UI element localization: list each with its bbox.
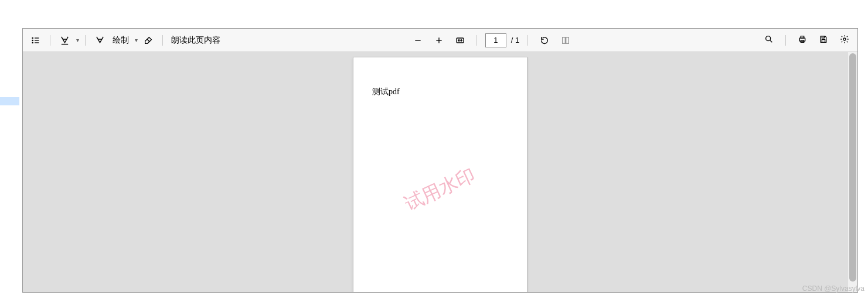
- highlight-chevron-icon[interactable]: ▾: [76, 37, 79, 43]
- page-number-input[interactable]: [485, 33, 506, 47]
- svg-rect-20: [801, 36, 804, 37]
- zoom-out-button[interactable]: [410, 32, 426, 49]
- separator: [162, 35, 163, 46]
- search-icon: [764, 35, 774, 46]
- gear-icon: [840, 35, 849, 46]
- watermark-text: 试用水印: [401, 162, 480, 217]
- pdf-content-area[interactable]: 测试pdf 试用水印: [23, 52, 857, 292]
- svg-line-18: [770, 40, 772, 42]
- footer-credit: CSDN @Sylvasylva: [802, 284, 864, 293]
- zoom-in-button[interactable]: [431, 32, 447, 49]
- fit-page-button[interactable]: [452, 32, 468, 49]
- svg-rect-23: [822, 39, 825, 42]
- pdf-viewer-frame: ▾ 绘制 ▾ 朗读此页内容: [22, 28, 858, 293]
- pdf-page: 测试pdf 试用水印: [353, 57, 527, 292]
- svg-point-24: [843, 38, 846, 40]
- top-spacer: [0, 0, 868, 28]
- erase-button[interactable]: [140, 32, 156, 49]
- read-aloud-button[interactable]: 朗读此页内容: [169, 35, 223, 46]
- draw-button[interactable]: [91, 32, 108, 49]
- separator: [785, 35, 786, 46]
- left-highlight-strip: [0, 97, 19, 105]
- svg-point-17: [766, 36, 771, 40]
- separator: [527, 35, 528, 46]
- contents-button[interactable]: [28, 32, 44, 49]
- page-view-button: [557, 32, 574, 49]
- svg-point-2: [32, 40, 33, 40]
- printer-icon: [798, 35, 807, 46]
- vertical-scrollbar[interactable]: [848, 52, 857, 292]
- toolbar-center-group: / 1: [223, 32, 761, 49]
- svg-rect-16: [566, 37, 569, 43]
- save-button[interactable]: [815, 32, 832, 49]
- separator: [50, 35, 50, 46]
- svg-point-0: [32, 37, 33, 38]
- separator: [476, 35, 477, 46]
- pdf-page-text: 测试pdf: [372, 87, 508, 97]
- draw-chevron-icon[interactable]: ▾: [135, 37, 138, 43]
- search-button[interactable]: [761, 32, 777, 49]
- svg-line-9: [147, 39, 149, 42]
- save-icon: [819, 35, 828, 46]
- svg-rect-15: [563, 37, 566, 43]
- print-button[interactable]: [794, 32, 811, 49]
- toolbar-left-group: ▾ 绘制 ▾ 朗读此页内容: [28, 32, 223, 49]
- highlight-button[interactable]: [56, 32, 73, 49]
- settings-button[interactable]: [836, 32, 853, 49]
- page-total-label: / 1: [511, 36, 519, 44]
- svg-point-4: [32, 42, 33, 43]
- draw-label[interactable]: 绘制: [110, 35, 131, 46]
- separator: [85, 35, 86, 46]
- toolbar-right-group: [761, 32, 853, 49]
- scrollbar-thumb[interactable]: [849, 53, 856, 282]
- rotate-button[interactable]: [536, 32, 553, 49]
- svg-rect-22: [822, 36, 824, 37]
- pdf-toolbar: ▾ 绘制 ▾ 朗读此页内容: [23, 29, 857, 52]
